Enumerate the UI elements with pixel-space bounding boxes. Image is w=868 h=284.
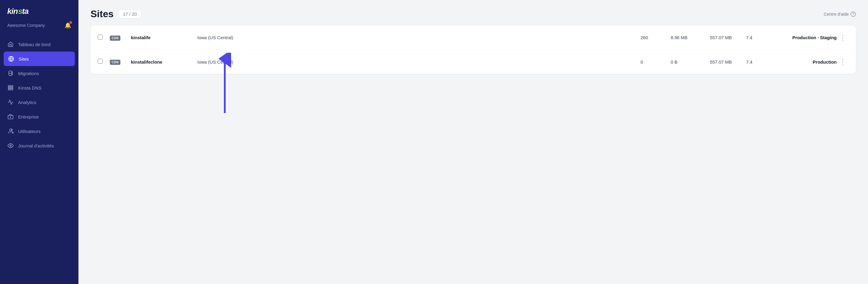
- site-envs-2: Production: [813, 59, 837, 65]
- help-label: Centre d'aide: [824, 12, 849, 17]
- col-php-2: 557.07 MB: [710, 59, 746, 65]
- row-menu-button-1[interactable]: ⋮: [838, 33, 847, 42]
- entreprise-icon: [7, 113, 14, 120]
- sidebar-label-journal: Journal d'activités: [18, 143, 54, 148]
- page-title-area: Sites 17 / 20: [91, 8, 141, 20]
- col-visits-1: 260: [641, 35, 671, 40]
- main-wrapper: Sites 17 / 20 Centre d'aide ? CDN: [79, 0, 868, 284]
- site-php-2: 557.07 MB: [710, 59, 732, 65]
- cdn-badge-2: CDN: [110, 60, 120, 65]
- row-checkbox-1[interactable]: [98, 35, 102, 39]
- table-row: CDN kinstalifeclone Iowa (US Central) 0 …: [91, 50, 856, 74]
- col-envs-1: Production · Staging: [770, 35, 837, 40]
- home-icon: [7, 41, 14, 48]
- sidebar-item-sites[interactable]: Sites: [4, 52, 75, 66]
- site-disk-2: 0 B: [671, 59, 678, 65]
- col-site-name-1: kinstalife: [131, 35, 197, 40]
- table-row: CDN kinstalife Iowa (US Central) 260 8.9…: [91, 26, 856, 50]
- site-version-2: 7.4: [746, 59, 752, 65]
- sidebar-label-sites: Sites: [19, 56, 29, 62]
- site-visits-1: 260: [641, 35, 648, 40]
- sidebar-item-kinsta-dns[interactable]: Kinsta DNS: [0, 81, 79, 95]
- row-menu-button-2[interactable]: ⋮: [838, 57, 847, 66]
- svg-text:ta: ta: [22, 7, 29, 15]
- sidebar-nav: Tableau de bord Sites Migrations: [0, 35, 79, 284]
- svg-point-9: [10, 145, 11, 147]
- sidebar-header: kin s ta: [0, 0, 79, 22]
- users-icon: [7, 128, 14, 134]
- col-location-1: Iowa (US Central): [197, 35, 641, 40]
- help-link[interactable]: Centre d'aide ?: [824, 11, 856, 17]
- content-area: CDN kinstalife Iowa (US Central) 260 8.9…: [79, 26, 868, 284]
- notification-dot: [69, 21, 72, 24]
- logo: kin s ta: [7, 7, 34, 17]
- col-cdn-1: CDN: [110, 35, 131, 40]
- journal-icon: [7, 142, 14, 149]
- sidebar-label-migrations: Migrations: [18, 71, 39, 76]
- site-php-1: 557.07 MB: [710, 35, 732, 40]
- col-envs-2: Production: [770, 59, 837, 65]
- sidebar: kin s ta Awesome Company 🔔 Tableau de bo…: [0, 0, 79, 284]
- company-name: Awesome Company: [7, 23, 45, 28]
- col-site-name-2: kinstalifeclone: [131, 59, 197, 65]
- sites-table: CDN kinstalife Iowa (US Central) 260 8.9…: [91, 26, 856, 74]
- svg-text:s: s: [18, 7, 22, 15]
- sidebar-item-migrations[interactable]: Migrations: [0, 66, 79, 81]
- sidebar-label-entreprise: Entreprise: [18, 114, 39, 119]
- col-location-2: Iowa (US Central): [197, 59, 641, 65]
- col-actions-2[interactable]: ⋮: [837, 57, 849, 66]
- company-row: Awesome Company 🔔: [0, 22, 79, 35]
- col-version-1: 7.4: [746, 35, 770, 40]
- col-visits-2: 0: [641, 59, 671, 65]
- sites-icon: [8, 56, 14, 62]
- site-version-1: 7.4: [746, 35, 752, 40]
- logo-text: kin s ta: [7, 7, 34, 17]
- col-php-1: 557.07 MB: [710, 35, 746, 40]
- sidebar-label-tableau: Tableau de bord: [18, 42, 51, 47]
- main-content: Sites 17 / 20 Centre d'aide ? CDN: [79, 0, 868, 284]
- sidebar-item-entreprise[interactable]: Entreprise: [0, 109, 79, 124]
- main-header: Sites 17 / 20 Centre d'aide ?: [79, 0, 868, 26]
- site-name-1: kinstalife: [131, 35, 151, 40]
- sidebar-label-dns: Kinsta DNS: [18, 85, 42, 90]
- dns-icon: [7, 85, 14, 91]
- col-cdn-2: CDN: [110, 59, 131, 65]
- sidebar-label-utilisateurs: Utilisateurs: [18, 129, 40, 134]
- site-visits-2: 0: [641, 59, 643, 65]
- site-location-1: Iowa (US Central): [197, 35, 233, 40]
- col-checkbox-2[interactable]: [98, 59, 110, 65]
- col-actions-1[interactable]: ⋮: [837, 33, 849, 42]
- analytics-icon: [7, 99, 14, 105]
- col-disk-2: 0 B: [671, 59, 710, 65]
- col-disk-1: 8.96 MB: [671, 35, 710, 40]
- site-disk-1: 8.96 MB: [671, 35, 688, 40]
- page-title: Sites: [91, 8, 114, 20]
- row-checkbox-2[interactable]: [98, 59, 102, 64]
- sidebar-item-analytics[interactable]: Analytics: [0, 95, 79, 109]
- site-envs-1: Production · Staging: [792, 35, 837, 40]
- sidebar-label-analytics: Analytics: [18, 100, 36, 105]
- site-name-2: kinstalifeclone: [131, 59, 162, 65]
- sidebar-item-tableau-de-bord[interactable]: Tableau de bord: [0, 37, 79, 52]
- site-location-2: Iowa (US Central): [197, 59, 233, 65]
- svg-text:kin: kin: [7, 7, 18, 15]
- migrations-icon: [7, 70, 14, 76]
- sidebar-item-utilisateurs[interactable]: Utilisateurs: [0, 124, 79, 138]
- cdn-badge-1: CDN: [110, 36, 120, 41]
- sidebar-item-journal[interactable]: Journal d'activités: [0, 138, 79, 153]
- col-version-2: 7.4: [746, 59, 770, 65]
- notification-bell[interactable]: 🔔: [65, 22, 71, 29]
- help-icon: ?: [850, 11, 856, 17]
- col-checkbox-1[interactable]: [98, 35, 110, 41]
- sites-count-badge: 17 / 20: [118, 10, 141, 19]
- svg-point-8: [10, 129, 12, 131]
